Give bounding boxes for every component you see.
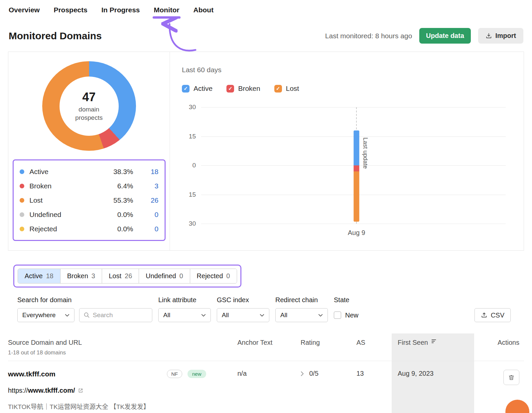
- as-cell: 13: [356, 361, 392, 413]
- tab-count: 0: [179, 272, 183, 280]
- anchor-cell: n/a: [237, 361, 301, 413]
- import-button[interactable]: Import: [478, 28, 523, 44]
- delete-button[interactable]: [503, 370, 519, 385]
- header-first-seen[interactable]: First Seen: [392, 333, 474, 361]
- legend-row-broken: Broken 6.4% 3: [20, 179, 159, 193]
- y-tick: 0: [192, 162, 196, 169]
- scope-select[interactable]: Everywhere: [17, 308, 74, 322]
- scope-select-value: Everywhere: [22, 311, 56, 319]
- donut-center-value: 47: [82, 90, 95, 104]
- tab-label: Undefined: [146, 272, 176, 280]
- redirect-chain-value: All: [280, 311, 287, 319]
- header-as: AS: [356, 333, 392, 361]
- upload-icon: [481, 312, 487, 318]
- legend-count[interactable]: 26: [133, 196, 159, 204]
- bar-broken-segment: [354, 165, 359, 171]
- chevron-down-icon: [201, 314, 206, 317]
- trend-pane: Last 60 days Active Broken Lost 30 15: [170, 52, 524, 250]
- expand-chevron-icon[interactable]: [301, 371, 304, 376]
- donut-legend-annotation: Active 38.3% 18 Broken 6.4% 3 Lost 55.3%…: [13, 159, 166, 241]
- legend-count[interactable]: 18: [133, 168, 159, 176]
- update-data-button[interactable]: Update data: [419, 28, 470, 44]
- search-box[interactable]: [79, 308, 152, 322]
- legend-percent: 6.4%: [100, 182, 133, 190]
- url-prefix: https://: [8, 387, 28, 394]
- page-header: Monitored Domains Last monitored: 8 hour…: [0, 19, 532, 44]
- external-link-icon[interactable]: [78, 388, 83, 393]
- gsc-index-label: GSC index: [217, 296, 269, 304]
- search-input[interactable]: [93, 311, 148, 319]
- status-tabs: Active 18 Broken 3 Lost 26 Undefined 0 R…: [18, 269, 237, 284]
- trash-icon: [508, 374, 515, 381]
- link-attribute-group: Link attribute All: [158, 296, 211, 322]
- broken-checkbox[interactable]: Broken: [226, 85, 260, 93]
- active-checkbox[interactable]: Active: [182, 85, 212, 93]
- page-title-text: TIKTOK导航｜TK运营网址资源大全 【TK发发发】: [8, 402, 237, 411]
- domains-table: Source Domain and URL 1-18 out of 18 dom…: [8, 333, 524, 413]
- url-domain: www.tkfff.com/: [28, 387, 75, 394]
- tabs-annotation-frame: Active 18 Broken 3 Lost 26 Undefined 0 R…: [13, 265, 241, 288]
- stacked-bar[interactable]: [354, 107, 359, 224]
- link-attribute-value: All: [163, 311, 170, 319]
- rejected-dot-icon: [20, 227, 24, 231]
- legend-count[interactable]: 0: [133, 211, 159, 219]
- summary-card: 47 domain prospects Active 38.3% 18 Brok…: [8, 52, 524, 251]
- legend-count[interactable]: 3: [133, 182, 159, 190]
- tab-broken[interactable]: Broken 3: [61, 269, 102, 283]
- legend-count[interactable]: 0: [133, 225, 159, 233]
- legend-percent: 0.0%: [100, 211, 133, 219]
- gsc-index-group: GSC index All: [217, 296, 269, 322]
- last-monitored-text: Last monitored: 8 hours ago: [325, 32, 412, 40]
- nav-about[interactable]: About: [193, 6, 213, 19]
- nav-overview[interactable]: Overview: [9, 6, 40, 19]
- tab-count: 3: [91, 272, 95, 280]
- nav-in-progress[interactable]: In Progress: [101, 6, 140, 19]
- top-nav: Overview Prospects In Progress Monitor A…: [0, 0, 532, 19]
- legend-label: Broken: [30, 182, 100, 190]
- lost-checkbox-label: Lost: [286, 85, 299, 93]
- header-actions: Actions: [474, 333, 524, 361]
- trend-chart: 30 15 0 15 30 Last update Aug 9: [201, 107, 506, 224]
- pagination-summary: 1-18 out of 18 domains: [8, 349, 237, 356]
- nav-monitor[interactable]: Monitor: [154, 6, 180, 19]
- source-url-link[interactable]: https://www.tkfff.com/: [8, 387, 237, 394]
- lost-dot-icon: [20, 198, 24, 203]
- legend-row-active: Active 38.3% 18: [20, 164, 159, 179]
- tab-count: 18: [46, 272, 53, 280]
- legend-row-rejected: Rejected 0.0% 0: [20, 222, 159, 236]
- donut-pane: 47 domain prospects Active 38.3% 18 Brok…: [8, 52, 170, 250]
- gsc-index-select[interactable]: All: [217, 308, 269, 322]
- x-axis-label: Aug 9: [348, 229, 365, 237]
- export-csv-button[interactable]: CSV: [474, 308, 511, 322]
- state-group: State New: [334, 296, 358, 322]
- chevron-down-icon: [65, 314, 69, 317]
- header-source: Source Domain and URL 1-18 out of 18 dom…: [8, 333, 237, 361]
- broken-checkbox-icon[interactable]: [226, 85, 234, 93]
- search-domain-group: Search for domain Everywhere: [17, 296, 152, 322]
- first-seen-cell: Aug 9, 2023: [392, 361, 474, 413]
- tab-count: 0: [226, 272, 230, 280]
- tab-rejected[interactable]: Rejected 0: [190, 269, 237, 283]
- lost-checkbox[interactable]: Lost: [274, 85, 299, 93]
- link-attribute-select[interactable]: All: [158, 308, 211, 322]
- active-dot-icon: [20, 169, 24, 174]
- new-checkbox[interactable]: [334, 311, 341, 319]
- tab-undefined[interactable]: Undefined 0: [139, 269, 190, 283]
- legend-label: Lost: [30, 196, 100, 204]
- tab-active[interactable]: Active 18: [18, 269, 61, 283]
- y-tick: 15: [189, 191, 196, 198]
- tab-lost[interactable]: Lost 26: [102, 269, 139, 283]
- rating-value: 0/5: [309, 370, 319, 377]
- header-first-seen-label: First Seen: [398, 339, 428, 346]
- nav-prospects[interactable]: Prospects: [54, 6, 87, 19]
- tab-label: Lost: [109, 272, 121, 280]
- source-cell: www.tkfff.com NF new https://www.tkfff.c…: [8, 361, 237, 413]
- legend-label: Undefined: [30, 211, 100, 219]
- redirect-chain-select[interactable]: All: [275, 308, 328, 322]
- header-rating: Rating: [301, 333, 356, 361]
- active-checkbox-icon[interactable]: [182, 85, 190, 93]
- legend-row-lost: Lost 55.3% 26: [20, 193, 159, 207]
- lost-checkbox-icon[interactable]: [274, 85, 282, 93]
- tab-count: 26: [125, 272, 132, 280]
- broken-checkbox-label: Broken: [238, 85, 260, 93]
